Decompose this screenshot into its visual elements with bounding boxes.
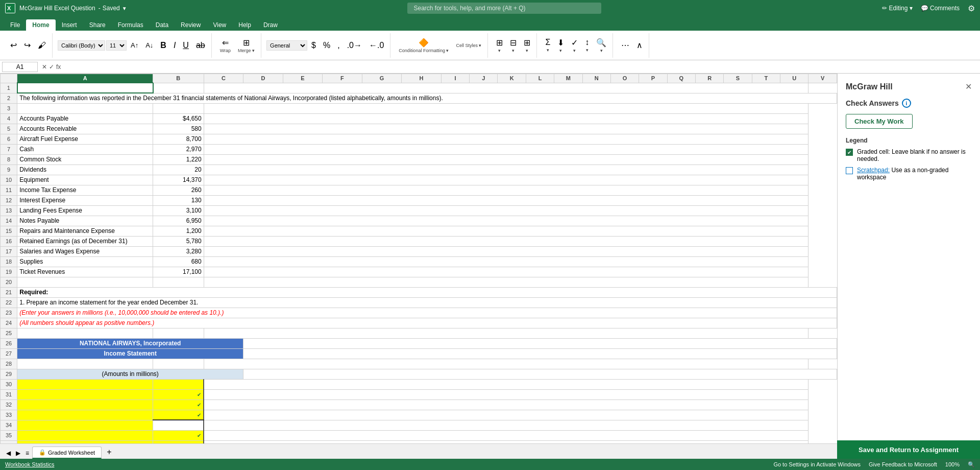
cell-a35[interactable] xyxy=(17,430,153,440)
cell-a34[interactable] xyxy=(17,420,153,430)
cell-rest-29[interactable] xyxy=(243,369,837,379)
spreadsheet-scroll[interactable]: A B C D E F G H I J K L M N O xyxy=(0,74,837,443)
save-return-button[interactable]: Save and Return to Assignment xyxy=(837,440,980,459)
add-sheet-button[interactable]: + xyxy=(103,445,115,459)
cell-rest-33[interactable] xyxy=(204,410,808,420)
col-header-d[interactable]: D xyxy=(243,74,283,83)
tab-view[interactable]: View xyxy=(207,19,232,31)
sheet-tab-graded-worksheet[interactable]: 🔒 Graded Worksheet xyxy=(32,447,102,459)
comma-button[interactable]: , xyxy=(334,40,342,51)
decrease-decimal-button[interactable]: ←.0 xyxy=(366,40,387,51)
col-header-v[interactable]: V xyxy=(808,74,837,83)
cell-a27[interactable]: Income Statement xyxy=(17,348,243,359)
cell-b5[interactable]: 580 xyxy=(153,124,204,134)
col-header-b[interactable]: B xyxy=(153,74,204,83)
cell-b30[interactable] xyxy=(153,379,204,389)
cell-a25[interactable] xyxy=(17,328,153,338)
dropdown-icon[interactable]: ▼ xyxy=(122,6,127,11)
col-header-i[interactable]: I xyxy=(441,74,469,83)
col-header-g[interactable]: G xyxy=(362,74,402,83)
cell-b35[interactable]: ✔ xyxy=(153,430,204,440)
font-size-select[interactable]: 11 xyxy=(106,40,127,51)
wrap-button[interactable]: ⇐Wrap xyxy=(217,37,234,54)
more-button[interactable]: ⋯ xyxy=(618,39,632,51)
cell-a36[interactable] xyxy=(17,440,153,443)
cell-rest-15[interactable] xyxy=(204,226,808,236)
cell-b28[interactable] xyxy=(153,359,204,369)
cell-b13[interactable]: 3,100 xyxy=(153,205,204,216)
cell-rest-7[interactable] xyxy=(204,144,808,154)
scratchpad-link[interactable]: Scratchpad: xyxy=(857,167,890,174)
go-to-settings[interactable]: Go to Settings in Activate Windows xyxy=(773,461,861,467)
conditional-formatting-button[interactable]: 🔶Conditional Formatting ▾ xyxy=(396,37,452,54)
cell-a11[interactable]: Income Tax Expense xyxy=(17,185,153,195)
collapse-ribbon-button[interactable]: ∧ xyxy=(633,39,646,51)
workbook-statistics[interactable]: Workbook Statistics xyxy=(5,461,54,467)
cell-styles-button[interactable]: Cell Styles ▾ xyxy=(453,42,484,49)
col-header-f[interactable]: F xyxy=(323,74,362,83)
format-cells-button[interactable]: ⊞▾ xyxy=(521,37,533,54)
cell-rest-35[interactable] xyxy=(204,430,808,440)
cell-rest-19[interactable] xyxy=(204,267,808,277)
underline-button[interactable]: U xyxy=(180,40,192,51)
cell-a3[interactable] xyxy=(17,103,153,113)
cell-b36[interactable]: ✔ xyxy=(153,440,204,443)
cell-rest-9[interactable] xyxy=(204,165,808,175)
cell-rest-14[interactable] xyxy=(204,216,808,226)
formula-cancel-icon[interactable]: ✕ xyxy=(42,63,47,70)
col-header-q[interactable]: Q xyxy=(667,74,695,83)
cell-a28[interactable] xyxy=(17,359,153,369)
col-header-h[interactable]: H xyxy=(402,74,442,83)
format-painter-button[interactable]: 🖌 xyxy=(35,40,49,51)
cell-c1-onward[interactable] xyxy=(204,83,808,93)
cell-a21[interactable]: Required: xyxy=(17,287,837,297)
cell-b7[interactable]: 2,970 xyxy=(153,144,204,154)
cell-a5[interactable]: Accounts Receivable xyxy=(17,124,153,134)
feedback-link[interactable]: Give Feedback to Microsoft xyxy=(869,461,937,467)
search-box[interactable] xyxy=(407,3,601,14)
cell-b18[interactable]: 680 xyxy=(153,256,204,267)
cell-rest-34[interactable] xyxy=(204,420,808,430)
italic-button[interactable]: I xyxy=(170,40,179,51)
cell-b34[interactable] xyxy=(153,420,204,430)
tab-review[interactable]: Review xyxy=(175,19,207,31)
cell-a1[interactable] xyxy=(17,83,153,93)
clear-button[interactable]: ✓▾ xyxy=(568,37,581,54)
tab-menu[interactable]: ≡ xyxy=(23,448,31,459)
col-header-p[interactable]: P xyxy=(639,74,667,83)
cell-b11[interactable]: 260 xyxy=(153,185,204,195)
tab-formulas[interactable]: Formulas xyxy=(112,19,150,31)
formula-input[interactable]: se a cell reference to link this financi… xyxy=(65,62,978,72)
cell-a33[interactable] xyxy=(17,410,153,420)
tab-draw[interactable]: Draw xyxy=(257,19,284,31)
cell-a30[interactable] xyxy=(17,379,153,389)
cell-reference-input[interactable] xyxy=(2,62,38,72)
tab-help[interactable]: Help xyxy=(232,19,257,31)
col-header-t[interactable]: T xyxy=(752,74,780,83)
tab-nav-left[interactable]: ◀ xyxy=(4,448,13,459)
cell-b15[interactable]: 1,200 xyxy=(153,226,204,236)
panel-close-button[interactable]: ✕ xyxy=(965,82,972,91)
redo-button[interactable]: ↪ xyxy=(21,39,34,51)
cell-b32[interactable]: ✔ xyxy=(153,400,204,410)
cell-b1[interactable] xyxy=(153,83,204,93)
col-header-k[interactable]: K xyxy=(498,74,526,83)
currency-button[interactable]: $ xyxy=(308,40,319,51)
tab-data[interactable]: Data xyxy=(150,19,175,31)
cell-a22[interactable]: 1. Prepare an income statement for the y… xyxy=(17,297,837,308)
number-format-select[interactable]: General xyxy=(266,40,307,51)
cell-b17[interactable]: 3,280 xyxy=(153,246,204,256)
col-header-a[interactable]: A xyxy=(17,74,153,83)
cell-b3[interactable] xyxy=(153,103,204,113)
cell-rest-32[interactable] xyxy=(204,400,808,410)
cell-rest-10[interactable] xyxy=(204,175,808,185)
cell-rest-20[interactable] xyxy=(204,277,808,287)
cell-rest-11[interactable] xyxy=(204,185,808,195)
tab-home[interactable]: Home xyxy=(26,19,55,31)
tab-insert[interactable]: Insert xyxy=(56,19,83,31)
cell-a6[interactable]: Aircraft Fuel Expense xyxy=(17,134,153,144)
cell-rest-30[interactable] xyxy=(204,379,808,389)
cell-b14[interactable]: 6,950 xyxy=(153,216,204,226)
cell-rest-8[interactable] xyxy=(204,154,808,165)
col-header-r[interactable]: R xyxy=(695,74,723,83)
